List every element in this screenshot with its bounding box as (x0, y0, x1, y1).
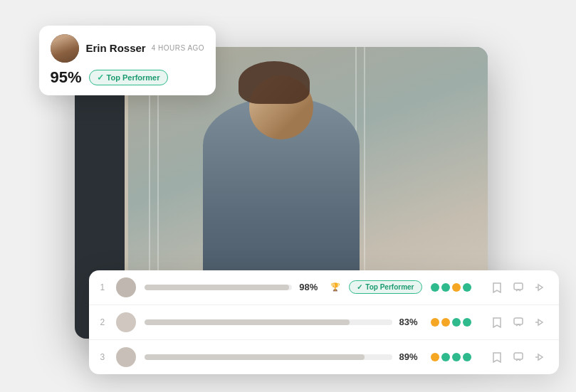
dot-2-4 (463, 318, 471, 327)
dot-2-2 (441, 318, 450, 327)
bookmark-icon-2[interactable] (489, 314, 505, 330)
result-row-3: 3 89% (89, 340, 559, 374)
svg-rect-0 (514, 283, 523, 290)
bar-fill-1 (145, 285, 290, 290)
dot-1-2 (441, 283, 450, 292)
dot-1-1 (431, 283, 439, 292)
avatar-1 (116, 277, 136, 297)
bar-track-2 (145, 319, 392, 325)
dot-3-3 (452, 353, 461, 361)
actions-1 (489, 280, 548, 295)
score-value: 95% (51, 68, 82, 87)
name-time-row: Erin Rosser 4 HOURS AGO (86, 42, 205, 54)
message-icon-3[interactable] (510, 349, 526, 365)
dot-1-4 (463, 283, 471, 292)
bar-area-3: 89% (145, 351, 422, 362)
score-3: 89% (399, 351, 422, 362)
bar-area-1: 98% (145, 282, 323, 292)
score-2: 83% (399, 317, 422, 327)
bar-track-3 (145, 354, 392, 360)
rank-3: 3 (100, 352, 108, 362)
bar-area-2: 83% (145, 317, 422, 327)
score-1: 98% (299, 282, 322, 292)
share-icon-3[interactable] (532, 349, 548, 365)
dots-1 (431, 283, 481, 292)
badge-label: Top Performer (107, 73, 160, 82)
check-badge-icon-1: ✓ (357, 283, 362, 291)
result-row-2: 2 83% (89, 305, 559, 340)
share-icon-1[interactable] (532, 280, 548, 295)
badge-text-1: Top Performer (365, 283, 414, 291)
bookmark-icon-1[interactable] (489, 280, 505, 295)
message-icon-2[interactable] (510, 314, 526, 330)
dot-1-3 (452, 283, 461, 292)
trophy-icon-1: 🏆 (330, 282, 340, 292)
avatar-3 (116, 347, 136, 367)
notification-card: Erin Rosser 4 HOURS AGO 95% ✓ Top Perfor… (39, 26, 216, 95)
result-row-1: 1 98% 🏆 ✓ Top Performer (89, 270, 559, 305)
results-panel: 1 98% 🏆 ✓ Top Performer (89, 270, 559, 374)
dot-3-4 (463, 353, 471, 361)
bookmark-icon-3[interactable] (489, 349, 505, 365)
actions-2 (489, 314, 548, 330)
dot-3-2 (441, 353, 450, 361)
hair-figure (239, 61, 310, 104)
notification-info: Erin Rosser 4 HOURS AGO (86, 42, 205, 54)
dot-2-3 (452, 318, 461, 327)
check-icon: ✓ (97, 73, 104, 83)
bar-track-1 (145, 285, 293, 290)
user-name: Erin Rosser (86, 42, 146, 54)
bar-fill-3 (145, 354, 365, 360)
top-performer-badge: ✓ Top Performer (89, 70, 168, 85)
share-icon-2[interactable] (532, 314, 548, 330)
top-performer-badge-1: ✓ Top Performer (349, 280, 421, 294)
avatar (51, 34, 79, 63)
time-ago: 4 HOURS AGO (152, 44, 204, 52)
dot-3-1 (431, 353, 439, 361)
dot-2-1 (431, 318, 439, 327)
actions-3 (489, 349, 548, 365)
rank-2: 2 (100, 317, 108, 327)
svg-rect-2 (514, 318, 523, 324)
avatar-2 (116, 312, 136, 332)
svg-rect-4 (514, 353, 523, 359)
dots-3 (431, 353, 481, 361)
rank-1: 1 (100, 282, 108, 292)
notification-top-row: Erin Rosser 4 HOURS AGO (51, 34, 205, 63)
bar-fill-2 (145, 319, 350, 325)
score-badge-row: 95% ✓ Top Performer (51, 68, 205, 87)
dots-2 (431, 318, 481, 327)
message-icon-1[interactable] (510, 280, 526, 295)
